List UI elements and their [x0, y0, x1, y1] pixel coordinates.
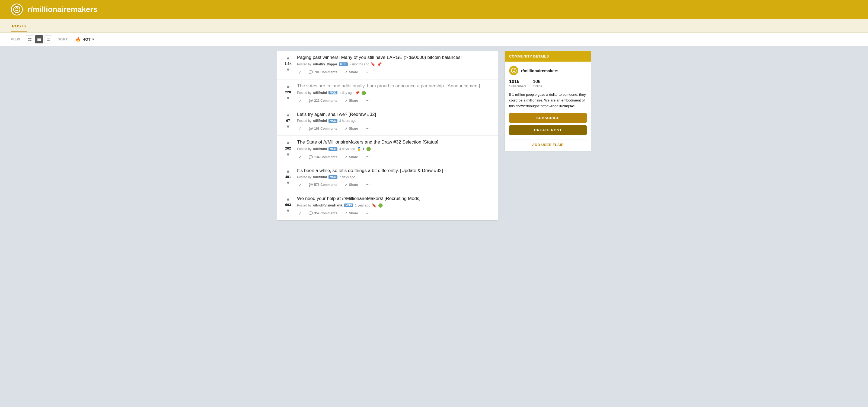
post-title[interactable]: Paging past winners: Many of you still h…	[297, 54, 493, 61]
expand-button[interactable]: ⤢	[297, 69, 303, 76]
post-title[interactable]: The votes are in, and additionally, I am…	[297, 83, 493, 89]
vote-count: 220	[285, 90, 291, 95]
post-meta: Posted by u/lilfruini Mod 4 days ago 🏅 1…	[297, 147, 493, 151]
community-details-card: COMMUNITY DETAILS r/millionairemakers	[504, 51, 591, 151]
subscribe-button[interactable]: SUBSCRIBE	[509, 113, 587, 123]
comment-icon: 💬	[309, 99, 313, 102]
downvote-button[interactable]: ▼	[285, 67, 291, 73]
view-list-button[interactable]	[44, 35, 52, 43]
more-options-button[interactable]: ···	[364, 182, 371, 188]
expand-button[interactable]: ⤢	[297, 210, 303, 217]
create-post-button[interactable]: CREATE POST	[509, 125, 587, 135]
more-options-button[interactable]: ···	[364, 69, 371, 76]
add-flair-link[interactable]: ADD USER FLAIR	[509, 143, 587, 147]
share-button[interactable]: ↗ Share	[343, 182, 360, 188]
comments-button[interactable]: 💬 352 Comments	[307, 210, 339, 216]
share-button[interactable]: ↗ Share	[343, 69, 360, 75]
comment-count: 134 Comments	[314, 155, 337, 159]
comments-button[interactable]: 💬 576 Comments	[307, 182, 339, 188]
post-time: 3 hours ago	[339, 119, 356, 123]
comment-count: 352 Comments	[314, 211, 337, 215]
svg-rect-8	[37, 40, 41, 41]
upvote-button[interactable]: ▲	[285, 139, 291, 146]
post-author[interactable]: u/lilfruini	[313, 147, 327, 151]
view-label: VIEW	[11, 37, 20, 41]
post-author[interactable]: u/NightVisionHawk	[313, 204, 342, 207]
post-time: 4 days ago	[339, 147, 355, 151]
comment-count: 576 Comments	[314, 183, 337, 187]
expand-button[interactable]: ⤢	[297, 153, 303, 161]
comments-button[interactable]: 💬 163 Comments	[307, 126, 339, 132]
upvote-button[interactable]: ▲	[285, 83, 291, 89]
post-time: 7 days ago	[339, 175, 355, 179]
tabs-bar: Posts	[0, 19, 868, 33]
comments-button[interactable]: 💬 222 Comments	[307, 98, 339, 104]
upvote-button[interactable]: ▲	[285, 112, 291, 118]
share-button[interactable]: ↗ Share	[343, 126, 360, 132]
share-button[interactable]: ↗ Share	[343, 154, 360, 160]
post-author[interactable]: u/lilfruini	[313, 119, 327, 123]
post-author[interactable]: u/lilfruini	[313, 175, 327, 179]
post-author[interactable]: u/lilfruini	[313, 91, 327, 95]
mod-badge: Mod	[329, 91, 337, 94]
svg-point-13	[511, 68, 516, 73]
vote-column: ▲ 603 ▼	[281, 195, 295, 214]
post-meta: Posted by u/NightVisionHawk Mod 1 year a…	[297, 203, 493, 208]
more-options-button[interactable]: ···	[364, 154, 371, 160]
mod-badge: Mod	[329, 119, 337, 123]
share-icon: ↗	[345, 127, 347, 130]
green-dot-icon: 🟢	[366, 147, 371, 151]
card-body: r/millionairemakers 101k Subscribers 106…	[505, 62, 591, 151]
share-icon: ↗	[345, 155, 347, 159]
divider	[509, 139, 587, 139]
post-content: The State of /r/MillionaireMakers and th…	[295, 139, 493, 161]
upvote-button[interactable]: ▲	[285, 196, 291, 202]
expand-button[interactable]: ⤢	[297, 125, 303, 132]
sort-hot-button[interactable]: 🔥 HOT ▾	[73, 36, 96, 43]
post-title[interactable]: It's been a while, so let's do things a …	[297, 167, 493, 174]
downvote-button[interactable]: ▼	[285, 208, 291, 214]
svg-rect-6	[37, 38, 41, 38]
share-button[interactable]: ↗ Share	[343, 98, 360, 104]
view-icons	[26, 35, 52, 43]
upvote-button[interactable]: ▲	[285, 168, 291, 174]
view-card-button[interactable]	[26, 35, 34, 43]
comments-button[interactable]: 💬 701 Comments	[307, 69, 339, 75]
post-item: ▲ 262 ▼ The State of /r/MillionaireMaker…	[277, 136, 498, 164]
more-options-button[interactable]: ···	[364, 125, 371, 132]
downvote-button[interactable]: ▼	[285, 95, 291, 101]
share-icon: ↗	[345, 99, 347, 102]
upvote-button[interactable]: ▲	[285, 55, 291, 61]
tab-posts[interactable]: Posts	[11, 20, 27, 32]
mod-badge: Mod	[329, 147, 337, 151]
downvote-button[interactable]: ▼	[285, 124, 291, 130]
subreddit-header: r/millionairemakers	[0, 0, 868, 19]
post-time: 7 months ago	[349, 62, 369, 66]
post-title[interactable]: Let's try again, shall we? [Redraw #32]	[297, 111, 493, 118]
expand-button[interactable]: ⤢	[297, 97, 303, 104]
downvote-button[interactable]: ▼	[285, 152, 291, 158]
svg-rect-4	[28, 40, 30, 41]
community-name-text[interactable]: r/millionairemakers	[521, 68, 558, 73]
post-title[interactable]: The State of /r/MillionaireMakers and th…	[297, 139, 493, 146]
vote-column: ▲ 67 ▼	[281, 111, 295, 130]
downvote-button[interactable]: ▼	[285, 180, 291, 186]
post-meta: Posted by u/lilfruini Mod 1 day ago 📌 🟢	[297, 91, 493, 95]
post-item: ▲ 220 ▼ The votes are in, and additional…	[277, 80, 498, 108]
svg-rect-7	[37, 39, 41, 40]
post-item: ▲ 1.6k ▼ Paging past winners: Many of yo…	[277, 51, 498, 80]
post-title[interactable]: We need your help at /r/MillionaireMaker…	[297, 195, 493, 202]
sort-hot-label: HOT	[83, 37, 91, 41]
svg-rect-10	[46, 39, 50, 39]
expand-button[interactable]: ⤢	[297, 181, 303, 189]
comments-button[interactable]: 💬 134 Comments	[307, 154, 339, 160]
more-options-button[interactable]: ···	[364, 97, 371, 104]
vote-column: ▲ 220 ▼	[281, 83, 295, 101]
vote-count: 262	[285, 146, 291, 151]
view-compact-button[interactable]	[35, 35, 43, 43]
more-options-button[interactable]: ···	[364, 210, 371, 217]
post-item: ▲ 67 ▼ Let's try again, shall we? [Redra…	[277, 108, 498, 136]
post-author[interactable]: u/Paltry_Digger	[313, 62, 337, 66]
main-layout: ▲ 1.6k ▼ Paging past winners: Many of yo…	[271, 51, 597, 221]
share-button[interactable]: ↗ Share	[343, 210, 360, 216]
